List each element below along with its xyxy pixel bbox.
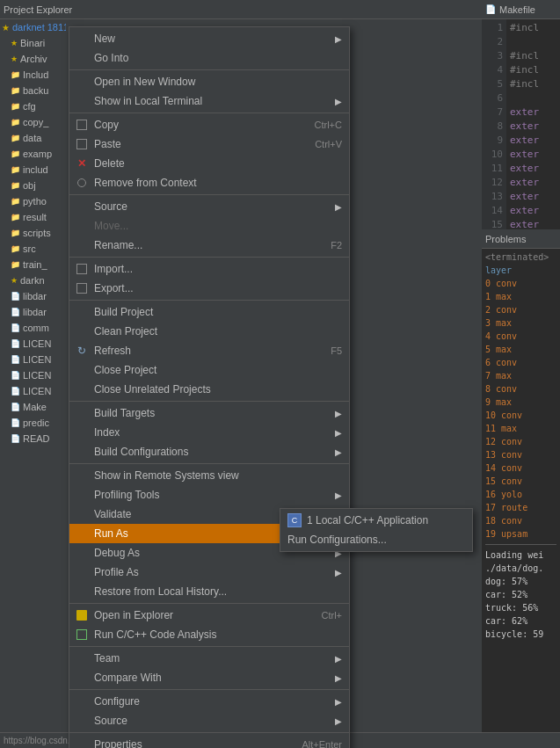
tree-item[interactable]: 📄READ <box>0 431 66 447</box>
run-analysis-label: Run C/C++ Code Analysis <box>94 628 216 641</box>
submenu-item-run-configurations[interactable]: Run Configurations... <box>280 530 472 549</box>
rename-label: Rename... <box>94 239 142 251</box>
tree-root[interactable]: ★ darknet 181107 <box>0 19 66 35</box>
menu-item-paste[interactable]: Paste Ctrl+V <box>69 134 349 154</box>
menu-item-move[interactable]: Move... <box>69 216 349 236</box>
tree-item[interactable]: ★Archiv <box>0 51 66 67</box>
menu-item-show-local-terminal[interactable]: Show in Local Terminal ▶ <box>69 91 349 111</box>
separator <box>69 257 349 258</box>
close-project-label: Close Project <box>94 364 156 376</box>
menu-item-clean-project[interactable]: Clean Project <box>69 322 349 341</box>
paste-shortcut: Ctrl+V <box>315 139 342 149</box>
tree-item[interactable]: 📁scripts <box>0 225 66 241</box>
menu-item-rename[interactable]: Rename... F2 <box>69 236 349 255</box>
rename-shortcut: F2 <box>331 240 342 251</box>
menu-item-open-explorer[interactable]: Open in Explorer Ctrl+ <box>69 606 349 625</box>
debug-as-label: Debug As <box>94 547 140 559</box>
tree-item[interactable]: 📁src <box>0 241 66 257</box>
menu-item-export[interactable]: Export... <box>69 279 349 298</box>
menu-item-compare-with[interactable]: Compare With ▶ <box>69 668 349 687</box>
menu-item-copy[interactable]: Copy Ctrl+C <box>69 115 349 134</box>
separator <box>69 113 349 113</box>
menu-item-team[interactable]: Team ▶ <box>69 649 349 668</box>
menu-item-close-unrelated[interactable]: Close Unrelated Projects <box>69 380 349 399</box>
menu-item-remove-context[interactable]: Remove from Context <box>69 173 349 192</box>
profile-as-arrow-icon: ▶ <box>335 568 342 577</box>
menu-item-restore-history[interactable]: Restore from Local History... <box>69 582 349 601</box>
run-as-label: Run As <box>94 527 128 540</box>
menu-item-profile-as[interactable]: Profile As ▶ <box>69 563 349 582</box>
copy-shortcut: Ctrl+C <box>315 120 342 130</box>
menu-item-run-analysis[interactable]: Run C/C++ Code Analysis <box>69 625 349 644</box>
tree-item[interactable]: 📁copy_ <box>0 114 66 130</box>
separator <box>69 603 349 604</box>
index-label: Index <box>94 426 120 439</box>
tree-item[interactable]: 📁backu <box>0 83 66 98</box>
run-as-submenu: C 1 Local C/C++ Application Run Configur… <box>280 508 473 552</box>
menu-item-properties[interactable]: Properties Alt+Enter <box>69 735 349 748</box>
profile-as-label: Profile As <box>94 566 139 578</box>
import-label: Import... <box>94 263 133 275</box>
open-new-window-label: Open in New Window <box>94 76 195 88</box>
tree-item[interactable]: ★Binari <box>0 35 66 51</box>
tree-item[interactable]: 📄LICEN <box>0 352 66 367</box>
menu-item-show-remote[interactable]: Show in Remote Systems view <box>69 466 349 485</box>
menu-item-open-new-window[interactable]: Open in New Window <box>69 72 349 91</box>
line-numbers: 12345 678910 1112131415 <box>482 19 506 229</box>
tree-item[interactable]: 📄predic <box>0 415 66 431</box>
menu-item-build-targets[interactable]: Build Targets ▶ <box>69 403 349 423</box>
tree-item[interactable]: 📁cfg <box>0 98 66 114</box>
tree-item[interactable]: 📁examp <box>0 146 66 162</box>
new-arrow-icon: ▶ <box>335 34 342 44</box>
menu-item-go-into[interactable]: Go Into <box>69 48 349 68</box>
clean-project-label: Clean Project <box>94 325 157 338</box>
new-label: New <box>94 33 115 45</box>
code-content: #incl #incl #incl #incl exter exter exte… <box>506 19 542 229</box>
refresh-label: Refresh <box>94 345 131 357</box>
submenu-item-local-cpp[interactable]: C 1 Local C/C++ Application <box>280 511 472 530</box>
tree-item[interactable]: 📁result <box>0 209 66 225</box>
menu-item-configure[interactable]: Configure ▶ <box>69 692 349 711</box>
tree-item[interactable]: 📁includ <box>0 162 66 178</box>
menu-item-source2[interactable]: Source ▶ <box>69 711 349 730</box>
menu-item-delete[interactable]: ✕ Delete <box>69 154 349 173</box>
menu-item-source[interactable]: Source ▶ <box>69 197 349 216</box>
refresh-shortcut: F5 <box>331 345 342 356</box>
menu-item-profiling-tools[interactable]: Profiling Tools ▶ <box>69 485 349 505</box>
menu-item-build-project[interactable]: Build Project <box>69 302 349 322</box>
tree-area: ★ darknet 181107 ★Binari ★Archiv 📁Includ… <box>0 19 66 748</box>
tree-item[interactable]: 📄Make <box>0 399 66 415</box>
problems-header: Problems <box>482 229 560 249</box>
tree-item[interactable]: 📄libdar <box>0 288 66 304</box>
show-local-terminal-arrow-icon: ▶ <box>335 97 342 106</box>
menu-item-build-configurations[interactable]: Build Configurations ▶ <box>69 442 349 461</box>
explorer-title: Project Explorer <box>4 4 478 15</box>
restore-history-label: Restore from Local History... <box>94 585 227 598</box>
tree-item[interactable]: 📄comm <box>0 320 66 336</box>
tree-item[interactable]: 📄LICEN <box>0 383 66 399</box>
tree-item[interactable]: 📁train_ <box>0 257 66 272</box>
open-explorer-icon <box>75 610 89 621</box>
compare-with-label: Compare With <box>94 672 162 684</box>
separator <box>69 463 349 464</box>
tree-item[interactable]: 📄LICEN <box>0 367 66 383</box>
properties-label: Properties <box>94 738 142 748</box>
copy-label: Copy <box>94 119 119 131</box>
build-configurations-label: Build Configurations <box>94 446 188 458</box>
tree-item[interactable]: ★darkn <box>0 272 66 288</box>
menu-item-index[interactable]: Index ▶ <box>69 423 349 442</box>
paste-label: Paste <box>94 138 121 150</box>
menu-item-import[interactable]: Import... <box>69 259 349 279</box>
configure-label: Configure <box>94 695 140 708</box>
compare-with-arrow-icon: ▶ <box>335 673 342 683</box>
tree-item[interactable]: 📄libdar <box>0 304 66 320</box>
tree-item[interactable]: 📁data <box>0 130 66 146</box>
tree-item[interactable]: 📄LICEN <box>0 336 66 352</box>
separator <box>69 194 349 195</box>
tree-item[interactable]: 📁obj <box>0 178 66 193</box>
menu-item-close-project[interactable]: Close Project <box>69 360 349 380</box>
menu-item-new[interactable]: New ▶ <box>69 29 349 48</box>
menu-item-refresh[interactable]: ↻ Refresh F5 <box>69 341 349 360</box>
tree-item[interactable]: 📁Includ <box>0 67 66 83</box>
tree-item[interactable]: 📁pytho <box>0 193 66 209</box>
